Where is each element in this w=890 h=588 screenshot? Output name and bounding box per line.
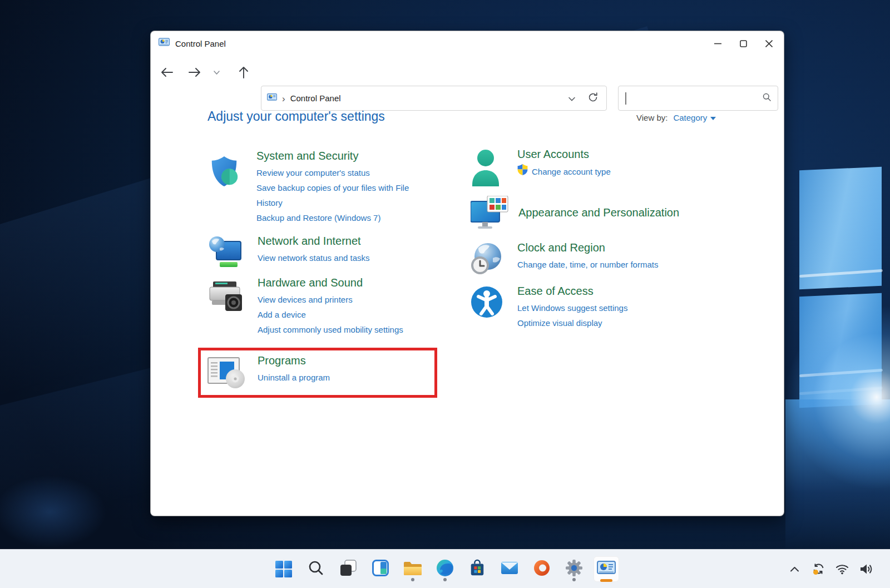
category-title[interactable]: Hardware and Sound xyxy=(258,276,437,289)
category-title[interactable]: Appearance and Personalization xyxy=(518,206,710,219)
category-link[interactable]: Backup and Restore (Windows 7) xyxy=(256,210,436,225)
back-button[interactable] xyxy=(156,60,177,85)
category-link[interactable]: View devices and printers xyxy=(258,292,437,307)
category-appearance-and-personalization: Appearance and Personalization xyxy=(471,196,710,233)
category-title[interactable]: Programs xyxy=(258,354,437,367)
address-dropdown-chevron-icon[interactable] xyxy=(568,93,575,103)
category-link[interactable]: Save backup copies of your files with Fi… xyxy=(256,180,436,210)
search-input[interactable] xyxy=(625,92,763,105)
breadcrumb-separator: › xyxy=(282,93,285,103)
wallpaper-light-streak xyxy=(799,387,883,395)
network-globe-icon[interactable] xyxy=(207,236,242,271)
control-panel-icon xyxy=(597,561,616,577)
category-link[interactable]: Review your computer's status xyxy=(256,165,436,180)
category-link[interactable]: Optimize visual display xyxy=(517,315,709,330)
sync-icon[interactable] xyxy=(811,559,825,579)
wallpaper-glow xyxy=(785,399,890,551)
view-by-control: View by: Category xyxy=(636,113,716,122)
mail-button[interactable] xyxy=(497,556,522,582)
category-ease-of-access: Ease of Access Let Windows suggest setti… xyxy=(471,285,709,330)
category-title[interactable]: Clock and Region xyxy=(517,241,709,254)
store-button[interactable] xyxy=(464,556,490,582)
wallpaper-window-pane xyxy=(799,293,882,408)
globe-clock-icon[interactable] xyxy=(471,243,503,277)
settings-gear-icon xyxy=(566,560,582,579)
navigation-toolbar: › Control Panel xyxy=(151,57,784,88)
category-hardware-and-sound: Hardware and Sound View devices and prin… xyxy=(207,276,437,337)
address-bar[interactable]: › Control Panel xyxy=(261,86,607,111)
category-title[interactable]: Network and Internet xyxy=(258,235,437,248)
wallpaper-glow xyxy=(0,462,128,562)
start-button[interactable] xyxy=(271,556,296,582)
widgets-icon xyxy=(372,560,389,579)
wallpaper-window-pane xyxy=(799,167,882,289)
wifi-icon[interactable] xyxy=(835,559,849,579)
volume-icon[interactable] xyxy=(859,559,873,579)
task-view-button[interactable] xyxy=(335,556,361,582)
control-panel-taskbar-button[interactable] xyxy=(594,556,619,582)
active-app-indicator xyxy=(600,579,612,582)
uac-shield-icon xyxy=(517,164,528,180)
monitor-palette-icon[interactable] xyxy=(471,196,508,233)
printer-icon[interactable] xyxy=(207,280,243,337)
edge-button[interactable] xyxy=(432,556,458,582)
category-link[interactable]: Change date, time, or number formats xyxy=(517,257,709,272)
running-indicator xyxy=(411,578,414,581)
control-panel-icon xyxy=(267,93,277,103)
category-link[interactable]: Uninstall a program xyxy=(258,370,437,385)
minimize-button[interactable] xyxy=(705,31,730,56)
breadcrumb[interactable]: › Control Panel xyxy=(267,93,568,103)
view-by-dropdown[interactable]: Category xyxy=(673,113,716,122)
view-by-label: View by: xyxy=(636,113,668,122)
widgets-button[interactable] xyxy=(368,556,393,582)
refresh-icon[interactable] xyxy=(587,92,599,105)
category-link[interactable]: Add a device xyxy=(258,307,437,322)
accessibility-icon[interactable] xyxy=(471,286,503,330)
mail-icon xyxy=(501,561,518,577)
programs-cd-icon[interactable] xyxy=(207,357,246,391)
hidden-icons-chevron-icon[interactable] xyxy=(787,559,802,579)
window-title: Control Panel xyxy=(175,39,226,48)
category-network-and-internet: Network and Internet View network status… xyxy=(207,235,437,271)
office-button[interactable] xyxy=(529,556,555,582)
task-view-icon xyxy=(340,560,357,579)
file-explorer-icon xyxy=(403,560,422,578)
wallpaper-light-streak xyxy=(799,369,883,377)
office-icon xyxy=(533,560,550,579)
category-clock-and-region: Clock and Region Change date, time, or n… xyxy=(471,241,709,277)
category-user-accounts: User Accounts Change account type xyxy=(471,148,709,189)
running-indicator xyxy=(443,578,447,581)
running-indicator xyxy=(572,578,576,581)
search-icon xyxy=(308,560,324,578)
category-title[interactable]: System and Security xyxy=(256,150,436,162)
user-silhouette-icon[interactable] xyxy=(471,149,501,189)
maximize-button[interactable] xyxy=(730,31,756,56)
search-icon xyxy=(763,93,771,103)
category-system-and-security: System and Security Review your computer… xyxy=(207,150,436,225)
search-box[interactable] xyxy=(618,86,778,111)
system-tray xyxy=(787,550,873,588)
breadcrumb-root[interactable]: Control Panel xyxy=(290,93,341,103)
category-link[interactable]: Let Windows suggest settings xyxy=(517,300,709,315)
settings-button[interactable] xyxy=(561,556,587,582)
category-link[interactable]: Change account type xyxy=(517,164,709,180)
control-panel-window: Control Panel xyxy=(150,31,784,516)
up-button[interactable] xyxy=(233,60,254,85)
category-programs: Programs Uninstall a program xyxy=(207,354,437,391)
control-panel-icon xyxy=(159,38,170,49)
close-button[interactable] xyxy=(756,31,782,56)
recent-pages-chevron-icon[interactable] xyxy=(210,60,223,85)
titlebar[interactable]: Control Panel xyxy=(151,31,784,57)
category-title[interactable]: Ease of Access xyxy=(517,285,709,298)
category-link[interactable]: Adjust commonly used mobility settings xyxy=(258,322,437,337)
category-title[interactable]: User Accounts xyxy=(517,148,709,161)
store-icon xyxy=(469,559,486,579)
page-title: Adjust your computer's settings xyxy=(207,109,385,124)
file-explorer-button[interactable] xyxy=(400,556,426,582)
taskbar xyxy=(0,549,890,588)
search-button[interactable] xyxy=(303,556,329,582)
forward-button[interactable] xyxy=(184,60,205,85)
category-link[interactable]: View network status and tasks xyxy=(258,250,437,265)
caret-down-icon xyxy=(710,117,716,120)
shield-icon[interactable] xyxy=(207,154,241,225)
